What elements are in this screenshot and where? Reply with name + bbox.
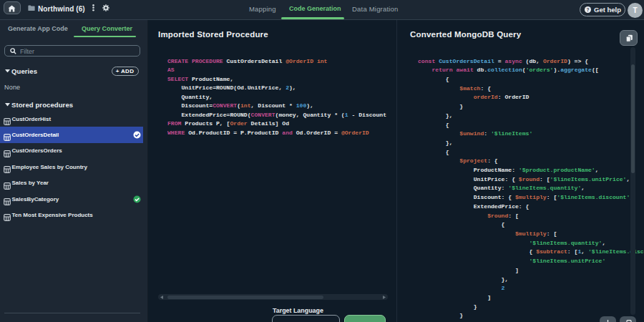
svg-text:?: ? [587,6,590,11]
